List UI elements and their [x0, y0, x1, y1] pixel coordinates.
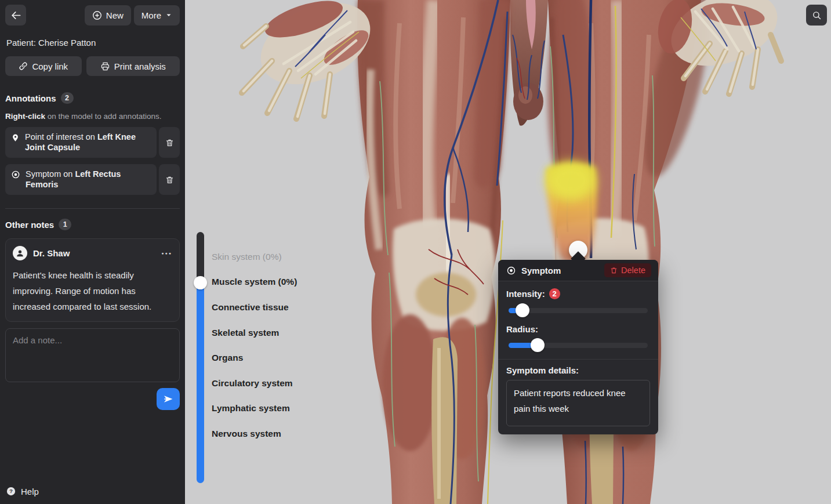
other-notes-section: Other notes 1 Dr. Shaw ●●● Patient's kne… — [5, 208, 180, 410]
print-analysis-label: Print analysis — [114, 61, 166, 71]
annotation-prefix: Symptom on — [26, 169, 75, 179]
hint-rest: on the model to add annotations. — [45, 112, 161, 121]
radius-slider-knob[interactable] — [531, 338, 545, 352]
layer-slider-track-upper[interactable] — [197, 232, 204, 282]
layer-list: Skin system (0%) Muscle system (0%) Conn… — [212, 244, 297, 447]
magnifier-icon — [812, 10, 822, 20]
symptom-popup: Symptom Delete Intensity: 2 Radius: — [498, 260, 658, 434]
annotation-item-text: Symptom on Left Rectus Femoris — [26, 169, 151, 190]
layer-item-skeletal[interactable]: Skeletal system — [212, 320, 297, 346]
copy-link-button[interactable]: Copy link — [5, 56, 82, 76]
details-line: Patient reports reduced knee — [514, 388, 626, 398]
link-icon — [19, 61, 28, 71]
new-button-label: New — [106, 10, 124, 20]
layer-depth-slider[interactable] — [197, 232, 204, 483]
delete-button-label: Delete — [621, 266, 645, 275]
layer-item-muscle[interactable]: Muscle system (0%) — [212, 270, 297, 295]
note-author: Dr. Shaw — [33, 248, 155, 258]
delete-annotation-poi-button[interactable] — [159, 127, 180, 158]
intensity-slider-knob[interactable] — [516, 303, 529, 317]
annotations-count-badge: 2 — [61, 92, 74, 104]
pelvis-region — [510, 0, 548, 126]
intensity-label: Intensity: — [506, 289, 545, 299]
annotations-title: Annotations — [5, 93, 56, 103]
map-pin-icon — [11, 133, 20, 153]
help-button[interactable]: ? Help — [6, 486, 39, 496]
printer-icon — [100, 61, 110, 71]
back-button[interactable] — [5, 5, 26, 26]
delete-annotation-symptom-button[interactable] — [159, 164, 180, 195]
delete-symptom-button[interactable]: Delete — [604, 263, 651, 277]
annotation-row: Symptom on Left Rectus Femoris — [5, 164, 180, 195]
other-notes-count-badge: 1 — [59, 219, 71, 230]
annotations-hint: Right-click on the model to add annotati… — [5, 112, 180, 121]
help-label: Help — [21, 487, 39, 496]
add-note-input[interactable] — [5, 328, 180, 382]
annotation-row: Point of interest on Left Knee Joint Cap… — [5, 127, 180, 158]
other-notes-header: Other notes 1 — [5, 219, 180, 230]
trash-icon — [165, 175, 174, 184]
symptom-details-input[interactable]: Patient reports reduced knee pain this w… — [506, 380, 650, 426]
note-card: Dr. Shaw ●●● Patient's knee health is st… — [5, 238, 180, 322]
search-button[interactable] — [806, 5, 827, 26]
intensity-slider-track[interactable] — [509, 308, 648, 313]
layer-slider-knob[interactable] — [194, 276, 207, 289]
svg-text:?: ? — [9, 488, 13, 494]
trash-icon — [165, 138, 174, 147]
radius-label: Radius: — [506, 324, 538, 334]
symptom-popup-title: Symptom — [521, 266, 561, 275]
new-button[interactable]: New — [85, 5, 131, 26]
chevron-down-icon — [165, 12, 172, 19]
radius-label-row: Radius: — [506, 324, 650, 334]
layer-item-lymphatic[interactable]: Lymphatic system — [212, 396, 297, 422]
target-icon — [11, 170, 20, 190]
sidebar-actions: Copy link Print analysis — [5, 56, 180, 76]
annotation-item-text: Point of interest on Left Knee Joint Cap… — [25, 132, 151, 153]
annotation-item-poi[interactable]: Point of interest on Left Knee Joint Cap… — [5, 127, 157, 158]
annotation-item-symptom[interactable]: Symptom on Left Rectus Femoris — [5, 164, 157, 195]
radius-slider[interactable] — [509, 338, 648, 352]
more-button-label: More — [141, 10, 161, 20]
note-body: Patient's knee health is steadily improv… — [13, 267, 172, 314]
question-circle-icon: ? — [6, 486, 16, 496]
patient-label: Patient: Cherise Patton — [6, 38, 179, 48]
note-menu-button[interactable]: ●●● — [161, 251, 172, 255]
layer-item-organs[interactable]: Organs — [212, 345, 297, 371]
annotation-prefix: Point of interest on — [25, 132, 97, 142]
layer-item-circulatory[interactable]: Circulatory system — [212, 371, 297, 396]
send-note-button[interactable] — [157, 388, 180, 410]
sidebar: New More Patient: Cherise Patton Copy li… — [0, 0, 185, 504]
layer-item-skin[interactable]: Skin system (0%) — [212, 244, 297, 270]
send-icon — [162, 393, 174, 405]
annotations-header: Annotations 2 — [5, 92, 180, 104]
intensity-slider[interactable] — [509, 303, 648, 317]
print-analysis-button[interactable]: Print analysis — [86, 56, 180, 76]
plus-circle-icon — [92, 10, 102, 20]
layer-slider-track-lower[interactable] — [197, 282, 204, 483]
layer-item-nervous[interactable]: Nervous system — [212, 421, 297, 447]
sidebar-topbar: New More — [5, 5, 180, 26]
symptom-details-label: Symptom details: — [506, 365, 650, 375]
target-icon — [506, 266, 516, 275]
symptom-details-section: Symptom details: Patient reports reduced… — [498, 359, 658, 426]
intensity-label-row: Intensity: 2 — [506, 288, 650, 299]
model-viewport: Skin system (0%) Muscle system (0%) Conn… — [185, 0, 831, 504]
trash-icon — [610, 266, 618, 274]
other-notes-title: Other notes — [5, 220, 54, 230]
symptom-popup-header: Symptom Delete — [498, 260, 658, 281]
details-line: pain this week — [514, 404, 569, 414]
more-button[interactable]: More — [134, 5, 180, 26]
avatar — [13, 246, 27, 260]
hint-bold: Right-click — [5, 112, 45, 121]
copy-link-label: Copy link — [32, 61, 68, 71]
layer-item-connective[interactable]: Connective tissue — [212, 295, 297, 320]
intensity-value-badge: 2 — [549, 288, 560, 299]
arrow-left-icon — [10, 10, 21, 21]
